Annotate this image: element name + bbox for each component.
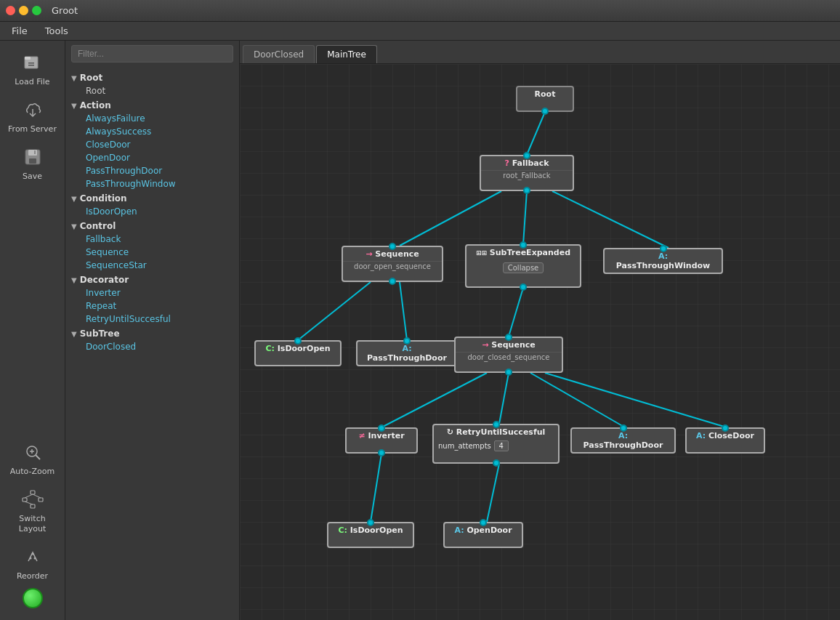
tree-item-closedoor[interactable]: CloseDoor	[80, 138, 239, 151]
node-sequence2[interactable]: → Sequence door_closed_sequence	[454, 337, 563, 373]
tree-item-inverter[interactable]: Inverter	[80, 286, 239, 299]
node-sequence1-subtitle: door_open_sequence	[343, 261, 442, 273]
window-controls	[6, 6, 41, 15]
category-subtree-children: DoorClosed	[65, 340, 239, 353]
node-root-title: Root	[517, 87, 573, 101]
param-value: 4	[494, 440, 509, 451]
svg-line-16	[25, 494, 33, 498]
tree-item-sequencestar[interactable]: SequenceStar	[80, 259, 239, 272]
triangle-control: ▼	[71, 222, 77, 230]
svg-line-27	[400, 282, 407, 340]
triangle-subtree: ▼	[71, 330, 77, 338]
node-sequence1[interactable]: → Sequence door_open_sequence	[342, 246, 443, 282]
load-file-icon	[21, 51, 44, 74]
tree-item-alwayssuccess[interactable]: AlwaysSuccess	[80, 125, 239, 138]
node-isdooropen2-port-top	[367, 519, 374, 526]
menu-tools[interactable]: Tools	[38, 24, 76, 38]
tree-item-fallback[interactable]: Fallback	[80, 233, 239, 246]
category-subtree-label: SubTree	[80, 329, 120, 339]
save-button[interactable]: Save	[4, 141, 62, 185]
tree-item-opendoor[interactable]: OpenDoor	[80, 151, 239, 164]
node-fallback-subtitle: root_Fallback	[481, 170, 573, 182]
category-condition: ▼ Condition IsDoorOpen	[65, 192, 239, 218]
node-subtree[interactable]: ⊞⊞ SubTreeExpanded Collapse	[465, 244, 581, 288]
tree-item-doorclosed[interactable]: DoorClosed	[80, 340, 239, 353]
node-retryuntil[interactable]: ↻ RetryUntilSuccesful num_attempts 4	[432, 424, 560, 464]
svg-line-17	[33, 494, 41, 498]
category-condition-header[interactable]: ▼ Condition	[65, 192, 239, 205]
tab-doorclosed[interactable]: DoorClosed	[243, 45, 315, 63]
switch-layout-button[interactable]: Switch Layout	[4, 483, 62, 537]
node-sequence1-port-bottom	[389, 278, 396, 285]
save-label: Save	[23, 172, 42, 181]
status-indicator	[23, 588, 43, 608]
svg-rect-14	[39, 498, 43, 502]
toolbar: Load File From Server Sav	[0, 41, 65, 620]
node-root-port-bottom	[541, 108, 549, 115]
auto-zoom-label: Auto-Zoom	[10, 467, 54, 476]
category-control-header[interactable]: ▼ Control	[65, 220, 239, 233]
tree-item-retryuntil[interactable]: RetryUntilSuccesful	[80, 313, 239, 326]
svg-line-29	[381, 373, 487, 427]
svg-line-34	[487, 464, 499, 522]
tabs: DoorClosed MainTree	[240, 41, 840, 64]
node-passthroughwindow-title: A: PassThroughWindow	[605, 249, 722, 273]
node-fallback-port-bottom	[523, 187, 530, 194]
category-control-children: Fallback Sequence SequenceStar	[65, 233, 239, 272]
svg-point-19	[29, 557, 31, 559]
from-server-button[interactable]: From Server	[4, 94, 62, 138]
node-fallback[interactable]: ? Fallback root_Fallback	[480, 155, 574, 191]
category-root-header[interactable]: ▼ Root	[65, 71, 239, 84]
menubar: File Tools	[0, 22, 840, 41]
node-passthroughwindow-port-top	[660, 245, 667, 252]
node-opendoor[interactable]: A: OpenDoor	[443, 522, 523, 548]
category-condition-label: Condition	[80, 193, 127, 204]
reorder-icon	[21, 545, 44, 568]
tree-item-isdooropen[interactable]: IsDoorOpen	[80, 205, 239, 218]
node-sequence2-port-bottom	[505, 369, 512, 376]
node-root[interactable]: Root	[516, 86, 574, 112]
category-root: ▼ Root Root	[65, 71, 239, 97]
menu-file[interactable]: File	[4, 24, 35, 38]
tree-item-root[interactable]: Root	[80, 84, 239, 97]
svg-rect-5	[28, 150, 37, 156]
node-isdooropen1[interactable]: C: IsDoorOpen	[254, 340, 342, 366]
auto-zoom-button[interactable]: Auto-Zoom	[4, 436, 62, 480]
param-label: num_attempts	[438, 442, 491, 450]
collapse-button[interactable]: Collapse	[503, 262, 544, 273]
category-decorator-header[interactable]: ▼ Decorator	[65, 273, 239, 286]
node-inverter-port-top	[378, 424, 385, 432]
node-retryuntil-port-bottom	[493, 459, 500, 467]
svg-line-24	[523, 191, 527, 244]
category-subtree-header[interactable]: ▼ SubTree	[65, 327, 239, 340]
category-action-header[interactable]: ▼ Action	[65, 99, 239, 112]
reorder-button[interactable]: Reorder	[4, 541, 62, 585]
tree-item-passthroughwindow[interactable]: PassThroughWindow	[80, 177, 239, 190]
close-button[interactable]	[6, 6, 15, 15]
svg-line-28	[509, 288, 523, 337]
node-passthroughwindow[interactable]: A: PassThroughWindow	[603, 248, 723, 274]
tab-maintree[interactable]: MainTree	[316, 45, 377, 63]
load-file-button[interactable]: Load File	[4, 47, 62, 91]
tree-item-passthroughdoor[interactable]: PassThroughDoor	[80, 164, 239, 177]
node-isdooropen2[interactable]: C: IsDoorOpen	[327, 522, 414, 548]
maximize-button[interactable]	[32, 6, 41, 15]
tree-item-sequence[interactable]: Sequence	[80, 246, 239, 259]
category-root-children: Root	[65, 84, 239, 97]
category-decorator: ▼ Decorator Inverter Repeat RetryUntilSu…	[65, 273, 239, 326]
tree-item-alwaysfailure[interactable]: AlwaysFailure	[80, 112, 239, 125]
svg-line-30	[499, 373, 509, 424]
tree-item-repeat[interactable]: Repeat	[80, 299, 239, 313]
node-passthroughdoor1[interactable]: A: PassThroughDoor	[356, 340, 458, 366]
node-closedoor[interactable]: A: CloseDoor	[685, 427, 765, 454]
graph-canvas[interactable]: Root ? Fallback root_Fallback → Sequence…	[240, 64, 840, 620]
minimize-button[interactable]	[19, 6, 28, 15]
svg-rect-13	[23, 498, 27, 502]
node-passthroughdoor1-port-top	[403, 337, 411, 345]
filter-input[interactable]	[71, 45, 233, 63]
category-decorator-label: Decorator	[80, 275, 129, 285]
node-inverter[interactable]: ≠ Inverter	[345, 427, 418, 454]
triangle-root: ▼	[71, 74, 77, 82]
node-passthroughdoor2[interactable]: A: PassThroughDoor	[570, 427, 676, 454]
triangle-action: ▼	[71, 102, 77, 110]
